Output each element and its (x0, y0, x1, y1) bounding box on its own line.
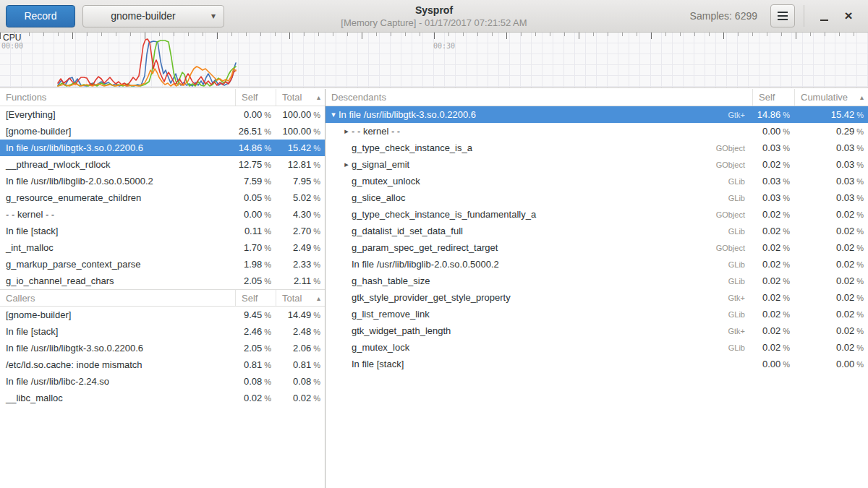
major-tick (796, 33, 796, 39)
menu-button[interactable] (770, 4, 795, 27)
minor-tick (492, 33, 493, 36)
tree-name-cell: ▸g_signal_emitGObject (326, 159, 752, 170)
callers-total-column-header[interactable]: Total ▴ (276, 290, 325, 306)
callers-column-header[interactable]: Callers (0, 293, 235, 304)
tree-row[interactable]: g_mutex_unlockGLib0.03%0.03% (326, 173, 868, 189)
percent-number: 0.02 (836, 292, 854, 303)
percent-sign: % (783, 227, 790, 236)
table-row[interactable]: __pthread_rwlock_rdlock12.75%12.81% (0, 156, 325, 173)
callers-self-column-header[interactable]: Self (235, 290, 276, 306)
tree-name-cell: In file [stack] (326, 359, 752, 369)
table-row[interactable]: g_markup_parse_context_parse1.98%2.33% (0, 256, 325, 273)
percent-value: 0.03% (752, 176, 794, 187)
tree-row[interactable]: g_datalist_id_set_data_fullGLib0.02%0.02… (326, 223, 868, 239)
minimize-button[interactable] (812, 4, 836, 28)
function-name: g_mutex_unlock (352, 176, 420, 187)
expander-open-icon[interactable]: ▾ (328, 110, 339, 119)
percent-value: 0.02% (794, 226, 868, 236)
percent-number: 0.02 (836, 325, 854, 336)
samples-count: Samples: 6299 (690, 10, 757, 22)
percent-number: 0.02 (836, 226, 854, 236)
percent-number: 0.03 (762, 176, 780, 187)
tree-name-cell: ▸- - kernel - - (326, 126, 752, 137)
major-tick (289, 33, 290, 39)
descendants-self-column-header[interactable]: Self (752, 89, 794, 106)
percent-number: 0.02 (836, 209, 854, 220)
functions-rows: [Everything]0.00%100.00%[gnome-builder]2… (0, 106, 325, 289)
percent-value: 0.03% (794, 142, 868, 153)
tree-row[interactable]: In file /usr/lib/libglib-2.0.so.0.5000.2… (326, 256, 868, 273)
tree-row[interactable]: g_list_remove_linkGLib0.02%0.02% (326, 306, 868, 322)
percent-number: 2.33 (293, 259, 311, 270)
library-tag: GLib (728, 277, 752, 286)
percent-sign: % (783, 327, 790, 335)
table-row[interactable]: In file /usr/lib/libc-2.24.so0.08%0.08% (0, 373, 325, 390)
minor-tick (825, 33, 825, 36)
percent-number: 0.03 (836, 192, 854, 203)
function-name: _int_malloc (0, 242, 235, 253)
minor-tick (116, 33, 116, 36)
percent-value: 2.46% (235, 326, 276, 337)
percent-number: 0.02 (762, 159, 780, 170)
percent-value: 0.02% (794, 209, 868, 220)
tree-row[interactable]: gtk_widget_path_lengthGtk+0.02%0.02% (326, 322, 868, 339)
table-row[interactable]: In file /usr/lib/libgtk-3.so.0.2200.62.0… (0, 340, 325, 356)
percent-sign: % (264, 377, 271, 386)
close-button[interactable]: × (836, 4, 861, 28)
percent-sign: % (856, 327, 864, 335)
expander-closed-icon[interactable]: ▸ (341, 160, 352, 169)
tree-row[interactable]: g_slice_allocGLib0.03%0.03% (326, 189, 868, 206)
table-row[interactable]: g_io_channel_read_chars2.05%2.11% (0, 273, 325, 289)
percent-sign: % (856, 177, 864, 186)
percent-value: 12.81% (276, 159, 325, 170)
percent-number: 2.05 (244, 343, 262, 354)
percent-number: 0.05 (244, 192, 262, 203)
table-row[interactable]: _int_malloc1.70%2.49% (0, 239, 325, 256)
cpu-graph[interactable]: CPU 00:00 00:30 (0, 33, 868, 88)
percent-number: 2.46 (244, 326, 262, 337)
record-button[interactable]: Record (6, 5, 75, 27)
percent-sign: % (264, 127, 271, 136)
percent-number: 0.00 (244, 109, 262, 120)
tree-row[interactable]: g_hash_table_sizeGLib0.02%0.02% (326, 273, 868, 289)
percent-value: 0.02% (752, 325, 794, 336)
tree-row[interactable]: g_param_spec_get_redirect_targetGObject0… (326, 239, 868, 256)
major-tick (145, 33, 145, 39)
process-selector-dropdown[interactable]: gnome-builder ▾ (82, 5, 224, 27)
percent-sign: % (783, 360, 790, 369)
percent-number: 0.03 (836, 176, 854, 187)
tree-row[interactable]: ▾In file /usr/lib/libgtk-3.so.0.2200.6Gt… (326, 106, 868, 123)
tree-row[interactable]: In file [stack]0.00%0.00% (326, 356, 868, 372)
table-row[interactable]: In file [stack]0.11%2.70% (0, 223, 325, 239)
table-row[interactable]: [Everything]0.00%100.00% (0, 106, 325, 123)
table-row[interactable]: g_resource_enumerate_children0.05%5.02% (0, 189, 325, 206)
functions-self-column-header[interactable]: Self (235, 89, 276, 106)
functions-total-column-header[interactable]: Total ▴ (276, 89, 325, 106)
percent-value: 100.00% (276, 126, 325, 137)
table-row[interactable]: In file /usr/lib/libglib-2.0.so.0.5000.2… (0, 173, 325, 189)
percent-number: 0.02 (836, 259, 854, 270)
tree-row[interactable]: g_mutex_lockGLib0.02%0.02% (326, 339, 868, 356)
table-row[interactable]: - - kernel - -0.00%4.30% (0, 206, 325, 223)
table-row[interactable]: [gnome-builder]26.51%100.00% (0, 123, 325, 140)
tree-row[interactable]: ▸g_signal_emitGObject0.02%0.03% (326, 156, 868, 173)
expander-closed-icon[interactable]: ▸ (341, 127, 352, 136)
descendants-cumulative-column-header[interactable]: Cumulative ▴ (794, 89, 868, 106)
tree-row[interactable]: gtk_style_provider_get_style_propertyGtk… (326, 289, 868, 306)
tree-row[interactable]: g_type_check_instance_is_aGObject0.03%0.… (326, 140, 868, 156)
table-row[interactable]: [gnome-builder]9.45%14.49% (0, 307, 325, 323)
functions-column-header[interactable]: Functions (0, 92, 235, 103)
percent-number: 2.06 (293, 343, 311, 354)
table-row[interactable]: __libc_malloc0.02%0.02% (0, 390, 325, 406)
percent-value: 0.03% (794, 176, 868, 187)
table-row[interactable]: In file /usr/lib/libgtk-3.so.0.2200.614.… (0, 140, 325, 156)
table-row[interactable]: /etc/ld.so.cache: inode mismatch0.81%0.8… (0, 356, 325, 373)
tree-row[interactable]: g_type_check_instance_is_fundamentally_a… (326, 206, 868, 223)
minor-tick (521, 33, 522, 36)
minor-tick (854, 33, 854, 36)
descendants-column-header[interactable]: Descendants (326, 92, 752, 103)
percent-sign: % (783, 144, 790, 153)
table-row[interactable]: In file [stack]2.46%2.48% (0, 323, 325, 340)
tree-row[interactable]: ▸- - kernel - -0.00%0.29% (326, 123, 868, 140)
function-name: In file /usr/lib/libglib-2.0.so.0.5000.2 (352, 259, 499, 270)
